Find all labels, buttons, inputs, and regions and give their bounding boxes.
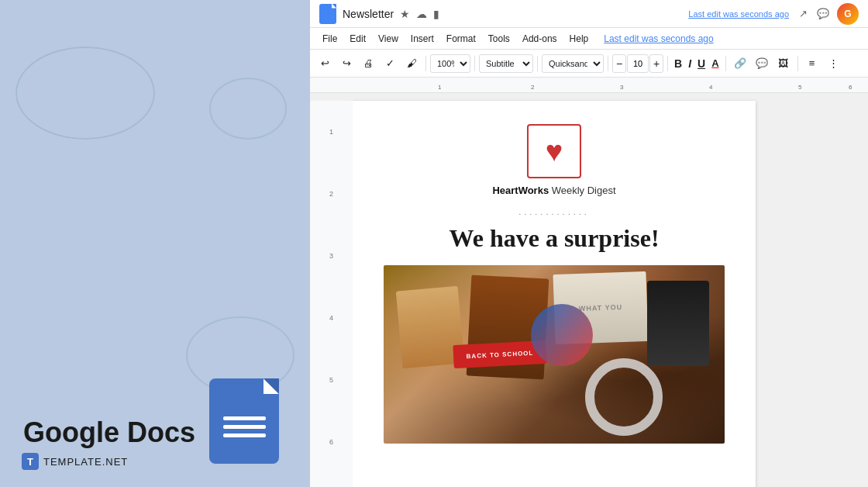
decrease-font-size-button[interactable]: − [612, 54, 626, 73]
brand-name-bold: HeartWorks [492, 185, 549, 196]
zoom-select[interactable]: 100% [430, 54, 470, 73]
underline-button[interactable]: U [695, 54, 708, 74]
ribbon-text: BACK TO SCHOOL [466, 349, 533, 360]
margin-num-6: 6 [329, 411, 333, 473]
align-button[interactable]: ≡ [802, 54, 822, 74]
ruler-mark-4: 4 [709, 84, 712, 91]
brand-suffix: Weekly Digest [549, 185, 615, 196]
template-brand: TEMPLATE [43, 456, 102, 468]
document-area[interactable]: 1 2 3 4 5 6 ♥ HeartWorks Weekly Digest .… [310, 93, 868, 487]
image-blue-element [531, 304, 593, 366]
ruler-mark-3: 3 [620, 84, 623, 91]
margin-num-2: 2 [329, 163, 333, 225]
toolbar-sep-3 [537, 56, 538, 71]
menu-file[interactable]: File [318, 32, 342, 46]
ruler-mark-5: 5 [798, 84, 801, 91]
last-edit-menu-link: Last edit was seconds ago [604, 33, 713, 44]
undo-button[interactable]: ↩ [315, 54, 335, 74]
increase-font-size-button[interactable]: + [649, 54, 663, 73]
horizontal-ruler: 1 2 3 4 5 6 [310, 78, 868, 93]
decorative-curve-1 [16, 47, 155, 140]
newsletter-headline: We have a surprise! [449, 224, 659, 253]
gdocs-app-icon [319, 4, 336, 24]
margin-num-3: 3 [329, 225, 333, 287]
template-net-text: TEMPLATE.NET [43, 456, 128, 468]
template-net-logo: T TEMPLATE.NET [22, 453, 128, 470]
title-action-icons: ↗ 💬 [795, 6, 831, 22]
print-button[interactable]: 🖨 [358, 54, 378, 74]
toolbar-sep-1 [425, 56, 426, 71]
left-panel: Google Docs T TEMPLATE.NET [0, 0, 310, 487]
menu-addons[interactable]: Add-ons [518, 32, 562, 46]
spellcheck-button[interactable]: ✓ [380, 54, 400, 74]
text-color-button[interactable]: A [709, 54, 721, 74]
newsletter-image: WHAT YOU BACK TO SCHOOL [384, 265, 725, 444]
title-bar-right: Last edit was seconds ago ↗ 💬 G [688, 3, 859, 25]
bookmark-icon: ▮ [433, 8, 439, 20]
last-edit-label: Last edit was seconds ago [688, 9, 789, 19]
newsletter-dots: ............. [518, 207, 590, 216]
star-icon[interactable]: ★ [400, 8, 410, 20]
image-button[interactable]: 🖼 [773, 54, 794, 74]
app-title: Google Docs [23, 417, 195, 448]
toolbar-sep-2 [474, 56, 475, 71]
more-options-button[interactable]: ⋮ [824, 54, 844, 74]
menu-insert[interactable]: Insert [406, 32, 439, 46]
toolbar-sep-4 [608, 56, 608, 71]
menu-format[interactable]: Format [442, 32, 480, 46]
ruler-mark-2: 2 [531, 84, 534, 91]
paragraph-style-select[interactable]: Subtitle Normal Heading 1 Heading 2 [479, 54, 533, 73]
redo-button[interactable]: ↪ [336, 54, 356, 74]
template-suffix: .NET [102, 456, 129, 468]
margin-num-1: 1 [329, 101, 333, 163]
font-select[interactable]: Quicksand Arial Georgia [542, 54, 604, 73]
toolbar-sep-7 [797, 56, 798, 71]
menu-bar: File Edit View Insert Format Tools Add-o… [310, 28, 868, 50]
heartworks-logo-box: ♥ [527, 124, 581, 178]
doc-icon-container [209, 378, 279, 464]
heart-icon: ♥ [546, 135, 563, 168]
newsletter-logo: ♥ HeartWorks Weekly Digest [492, 124, 615, 196]
ruler-mark-1: 1 [438, 84, 441, 91]
link-button[interactable]: 🔗 [730, 54, 750, 74]
document-title[interactable]: Newsletter [343, 8, 394, 20]
menu-tools[interactable]: Tools [484, 32, 515, 46]
paintformat-button[interactable]: 🖌 [401, 54, 422, 74]
italic-button[interactable]: I [686, 54, 694, 74]
comments-icon[interactable]: 💬 [815, 6, 831, 22]
bold-button[interactable]: B [672, 54, 684, 74]
ruler-mark-6: 6 [849, 84, 852, 91]
template-t-icon: T [22, 453, 39, 470]
margin-num-4: 4 [329, 287, 333, 349]
toolbar-sep-5 [667, 56, 668, 71]
newsletter-brand-name: HeartWorks Weekly Digest [492, 185, 615, 196]
doc-line-3 [223, 433, 266, 437]
doc-icon-lines [223, 416, 266, 437]
toolbar: ↩ ↪ 🖨 ✓ 🖌 100% Subtitle Normal Heading 1… [310, 50, 868, 78]
right-panel: Newsletter ★ ☁ ▮ Last edit was seconds a… [310, 0, 868, 487]
font-size-input[interactable] [627, 54, 649, 73]
image-swirl-element [585, 358, 663, 436]
comment-button[interactable]: 💬 [752, 54, 772, 74]
document-page: ♥ HeartWorks Weekly Digest .............… [353, 101, 756, 487]
ruler-inner: 1 2 3 4 5 6 [353, 78, 868, 92]
user-avatar[interactable]: G [837, 3, 859, 25]
google-docs-file-icon [209, 378, 279, 464]
image-item-4 [647, 281, 709, 366]
menu-help[interactable]: Help [565, 32, 594, 46]
menu-view[interactable]: View [374, 32, 403, 46]
doc-line-2 [223, 425, 266, 429]
doc-line-1 [223, 416, 266, 420]
decorative-curve-2 [209, 78, 287, 140]
trending-icon[interactable]: ↗ [795, 6, 811, 22]
font-size-area: − + [612, 54, 663, 73]
cloud-save-icon: ☁ [416, 8, 427, 20]
vertical-ruler: 1 2 3 4 5 6 [310, 101, 353, 487]
title-bar: Newsletter ★ ☁ ▮ Last edit was seconds a… [310, 0, 868, 28]
menu-edit[interactable]: Edit [345, 32, 370, 46]
margin-num-5: 5 [329, 349, 333, 411]
toolbar-sep-6 [725, 56, 726, 71]
